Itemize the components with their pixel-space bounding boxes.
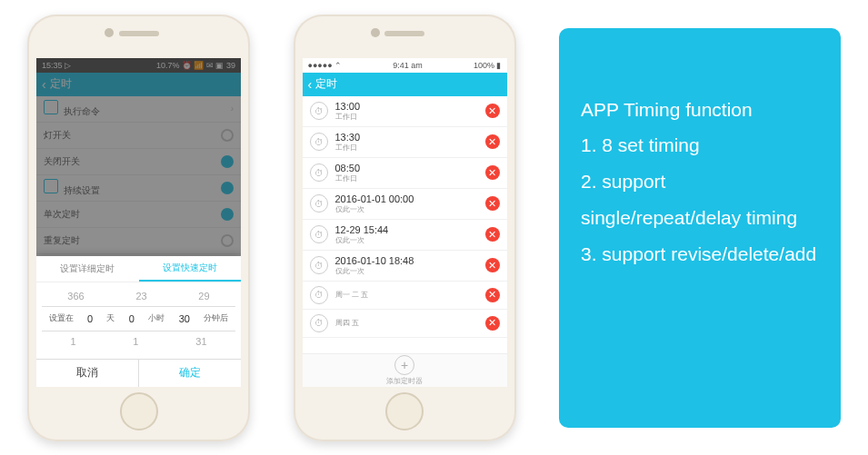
timer-text: 08:50工作日: [335, 163, 485, 183]
delete-button[interactable]: ✕: [485, 165, 500, 180]
info-line-2: 2. support single/repeat/delay timing: [581, 163, 819, 236]
delete-button[interactable]: ✕: [485, 134, 500, 149]
wheel-val: 1: [70, 336, 75, 347]
clock-icon: ⏱: [310, 163, 328, 182]
timer-sub: 周一 二 五: [335, 290, 485, 300]
confirm-button[interactable]: 确定: [138, 360, 241, 387]
status-center: 9:41 am: [393, 61, 423, 70]
clock-icon: ⏱: [310, 256, 328, 274]
timer-text: 周一 二 五: [335, 290, 485, 300]
timer-text: 13:00工作日: [335, 101, 485, 122]
wheel-label: 设置在: [49, 312, 74, 324]
tab-quick[interactable]: 设置快速定时: [139, 256, 242, 282]
wheel-val: 0: [129, 313, 135, 324]
wheel-val: 31: [195, 336, 206, 347]
info-line-3: 3. support revise/delete/add: [581, 236, 819, 272]
wheel-val: 29: [198, 291, 209, 302]
header-title: 定时: [315, 76, 337, 92]
timer-item[interactable]: ⏱2016-01-10 18:48仅此一次✕: [303, 251, 507, 282]
timer-list[interactable]: ⏱13:00工作日✕⏱13:30工作日✕⏱08:50工作日✕⏱2016-01-0…: [303, 96, 507, 354]
clock-icon: ⏱: [310, 314, 328, 332]
timer-text: 2016-01-01 00:00仅此一次: [335, 193, 485, 214]
wheel-row-selected: 设置在 0 天 0 小时 30 分钟后: [42, 306, 235, 331]
app-header: ‹ 定时: [303, 73, 507, 96]
timer-text: 2016-01-10 18:48仅此一次: [335, 255, 485, 276]
delete-button[interactable]: ✕: [485, 196, 500, 211]
wheel-row-bottom: 1 1 31: [42, 331, 235, 351]
clock-icon: ⏱: [310, 286, 328, 304]
timer-time: 13:30: [335, 132, 485, 143]
tab-detailed[interactable]: 设置详细定时: [36, 256, 139, 282]
phone-mockup-2: ●●●●● ⌃ 9:41 am 100% ▮ ‹ 定时 ⏱13:00工作日✕⏱1…: [294, 15, 516, 441]
delete-button[interactable]: ✕: [485, 258, 500, 272]
timer-time: 2016-01-10 18:48: [335, 255, 485, 266]
timer-text: 周四 五: [335, 318, 485, 328]
picker-tabs: 设置详细定时 设置快速定时: [36, 256, 241, 282]
wheel-row-top: 366 23 29: [42, 286, 235, 306]
timer-item[interactable]: ⏱周四 五✕: [303, 310, 507, 338]
timer-sub: 仅此一次: [335, 266, 485, 276]
wheel-val: 1: [133, 336, 138, 347]
clock-icon: ⏱: [310, 102, 328, 120]
home-button[interactable]: [120, 392, 158, 430]
clock-icon: ⏱: [310, 133, 328, 151]
info-line-1: 1. 8 set timing: [581, 127, 819, 163]
info-card: APP Timing function 1. 8 set timing 2. s…: [559, 28, 841, 428]
picker-actions: 取消 确定: [36, 359, 241, 387]
status-bar: ●●●●● ⌃ 9:41 am 100% ▮: [303, 58, 507, 73]
wheel-label: 天: [106, 312, 115, 324]
plus-icon: +: [394, 355, 414, 375]
back-icon[interactable]: ‹: [308, 77, 313, 92]
clock-icon: ⏱: [310, 194, 328, 213]
timer-text: 13:30工作日: [335, 132, 485, 153]
delete-button[interactable]: ✕: [485, 104, 500, 118]
status-left: ●●●●● ⌃: [308, 61, 343, 70]
clock-icon: ⏱: [310, 225, 328, 243]
delete-button[interactable]: ✕: [485, 227, 500, 242]
timer-time: 08:50: [335, 163, 485, 173]
cancel-button[interactable]: 取消: [36, 360, 138, 387]
phone-mockup-1: 15:35 ▷ 10.7% ⏰ 📶 ✉ ▣ 39 ‹ 定时 执行命令› 灯开关 …: [27, 15, 250, 441]
wheel-val: 0: [87, 313, 93, 324]
picker-sheet: 设置详细定时 设置快速定时 366 23 29 设置在 0 天 0 小时 30 …: [36, 256, 241, 387]
wheel-val: 30: [179, 313, 190, 324]
wheel-val: 366: [67, 291, 84, 302]
delete-button[interactable]: ✕: [485, 288, 500, 302]
picker-wheels[interactable]: 366 23 29 设置在 0 天 0 小时 30 分钟后 1 1 31: [36, 282, 241, 359]
timer-time: 13:00: [335, 101, 485, 112]
timer-sub: 仅此一次: [335, 235, 485, 245]
status-right: 100% ▮: [474, 61, 502, 70]
wheel-val: 23: [135, 291, 146, 302]
timer-text: 12-29 15:44仅此一次: [335, 224, 485, 245]
timer-item[interactable]: ⏱2016-01-01 00:00仅此一次✕: [303, 189, 507, 220]
timer-sub: 仅此一次: [335, 204, 485, 214]
timer-item[interactable]: ⏱08:50工作日✕: [303, 158, 507, 189]
screen-2: ●●●●● ⌃ 9:41 am 100% ▮ ‹ 定时 ⏱13:00工作日✕⏱1…: [303, 58, 507, 387]
add-label: 添加定时器: [386, 376, 423, 386]
timer-time: 12-29 15:44: [335, 224, 485, 235]
delete-button[interactable]: ✕: [485, 316, 500, 331]
add-timer-bar[interactable]: + 添加定时器: [303, 353, 507, 387]
timer-item[interactable]: ⏱13:30工作日✕: [303, 127, 507, 158]
timer-sub: 工作日: [335, 112, 485, 122]
timer-item[interactable]: ⏱12-29 15:44仅此一次✕: [303, 220, 507, 251]
timer-time: 2016-01-01 00:00: [335, 193, 485, 204]
timer-item[interactable]: ⏱周一 二 五✕: [303, 282, 507, 310]
timer-sub: 工作日: [335, 173, 485, 183]
info-title: APP Timing function: [581, 92, 819, 128]
wheel-label: 分钟后: [204, 312, 228, 324]
timer-item[interactable]: ⏱13:00工作日✕: [303, 96, 507, 127]
home-button[interactable]: [385, 392, 424, 430]
timer-sub: 工作日: [335, 143, 485, 153]
screen-1: 15:35 ▷ 10.7% ⏰ 📶 ✉ ▣ 39 ‹ 定时 执行命令› 灯开关 …: [36, 58, 241, 387]
timer-sub: 周四 五: [335, 318, 485, 328]
wheel-label: 小时: [148, 312, 165, 324]
